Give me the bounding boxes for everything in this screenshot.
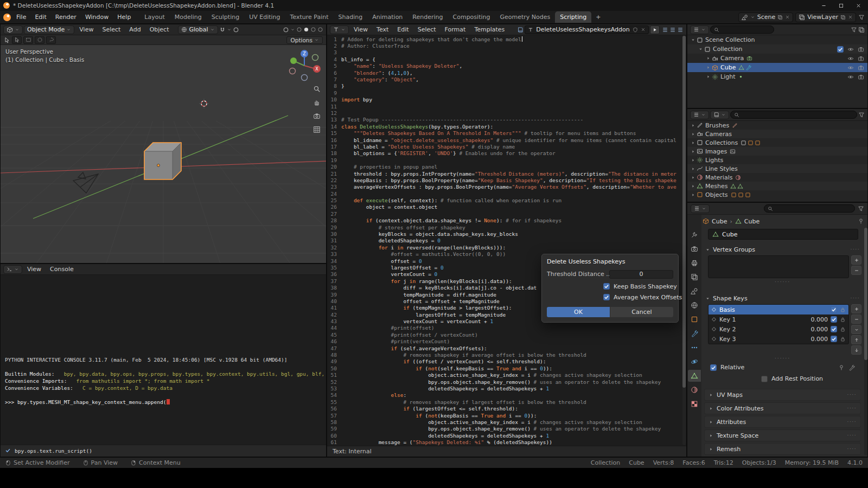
text-menu-templates[interactable]: Templates <box>470 25 508 34</box>
add-rest-position-checkbox[interactable] <box>761 376 768 382</box>
menu-render[interactable]: Render <box>51 12 81 22</box>
shape-key-mute-checkbox[interactable] <box>831 326 837 332</box>
lock-icon[interactable] <box>840 326 846 332</box>
unlink-scene-icon[interactable] <box>785 15 790 20</box>
properties-tab-texture[interactable] <box>688 398 701 410</box>
properties-tab-tool[interactable] <box>688 229 701 241</box>
run-script-button[interactable] <box>650 25 660 34</box>
properties-tab-particles[interactable] <box>688 342 701 354</box>
ortho-grid-icon[interactable] <box>313 126 321 133</box>
disable-render-icon[interactable] <box>858 74 864 80</box>
vertex-groups-panel-header[interactable]: Vertex Groups···· <box>703 244 863 255</box>
shape-key-row-basis[interactable]: Basis <box>709 305 848 314</box>
workspace-tab-modeling[interactable]: Modeling <box>170 11 207 23</box>
lock-icon[interactable] <box>840 336 846 342</box>
remove-vertex-group-button[interactable] <box>851 266 861 275</box>
console-menu-view[interactable]: View <box>23 265 45 274</box>
mode-selector[interactable]: Object Mode <box>24 25 74 34</box>
properties-tab-modifiers[interactable] <box>688 328 701 339</box>
new-viewlayer-icon[interactable] <box>840 15 846 20</box>
select-mode-box-button[interactable] <box>23 36 33 44</box>
workspace-tab-scripting[interactable]: Scripting <box>555 11 591 23</box>
new-scene-icon[interactable] <box>777 15 783 20</box>
threshold-distance-field[interactable]: 0 <box>609 270 673 279</box>
expand-toggle[interactable] <box>690 175 697 180</box>
shape-keys-panel-header[interactable]: Shape Keys···· <box>703 293 863 304</box>
outliner-row-light[interactable]: Light <box>687 72 867 81</box>
viewport-menu-add[interactable]: Add <box>125 25 144 34</box>
proportional-editing-icon[interactable] <box>233 27 239 33</box>
shape-key-mute-checkbox[interactable] <box>831 306 837 313</box>
move-key-down-button[interactable] <box>851 345 861 355</box>
datablock-category-materials[interactable]: Materials <box>687 173 867 182</box>
workspace-tab-sculpting[interactable]: Sculpting <box>207 11 244 23</box>
expand-toggle[interactable] <box>705 74 712 79</box>
cancel-button[interactable]: Cancel <box>610 307 673 317</box>
add-vertex-group-button[interactable] <box>851 255 861 265</box>
unlink-text-icon[interactable] <box>641 27 646 32</box>
fake-user-icon[interactable] <box>633 27 638 33</box>
expand-toggle[interactable] <box>690 158 697 163</box>
panel-attributes[interactable]: Attributes···· <box>704 416 861 428</box>
viewlayer-selector[interactable]: ViewLayer <box>795 12 856 22</box>
editor-type-selector[interactable] <box>690 25 709 34</box>
properties-tab-world[interactable] <box>688 299 701 311</box>
pin-id-icon[interactable] <box>858 218 864 224</box>
disable-render-icon[interactable] <box>858 65 864 71</box>
panel-color-attributes[interactable]: Color Attributes···· <box>704 402 861 414</box>
panel-uv-maps[interactable]: UV Maps···· <box>704 389 861 401</box>
editor-type-selector[interactable] <box>3 265 22 274</box>
filter-icon[interactable] <box>858 14 865 21</box>
exclude-checkbox[interactable] <box>837 46 844 53</box>
active-tool-icon[interactable] <box>4 37 10 43</box>
display-mode-selector[interactable] <box>710 111 729 119</box>
vertex-groups-list[interactable] <box>708 255 849 278</box>
shading-solid-icon[interactable] <box>303 27 309 33</box>
expand-toggle[interactable] <box>690 166 697 171</box>
code-editor[interactable]: 1# Addon for deleting shapekeys that don… <box>327 36 682 445</box>
viewport-canvas[interactable]: User Perspective (1) Collection | Cube :… <box>1 45 326 263</box>
filter-icon[interactable] <box>858 112 865 118</box>
editor-type-selector[interactable] <box>3 25 23 34</box>
edit-mode-icon[interactable] <box>848 364 855 371</box>
datablock-category-brushes[interactable]: Brushes <box>687 121 867 130</box>
mesh-data-name-field[interactable]: Cube <box>708 229 858 240</box>
shading-rendered-icon[interactable] <box>317 27 323 33</box>
console-body[interactable]: PYTHON INTERACTIVE CONSOLE 3.11.7 (main,… <box>1 275 326 445</box>
properties-tab-physics[interactable] <box>688 356 701 368</box>
remove-viewlayer-icon[interactable] <box>848 15 853 20</box>
ok-button[interactable]: OK <box>547 307 610 317</box>
workspace-tab-animation[interactable]: Animation <box>367 11 407 23</box>
hide-eye-icon[interactable] <box>847 74 854 80</box>
window-maximize-button[interactable] <box>832 0 850 11</box>
remove-shape-key-button[interactable] <box>851 314 861 324</box>
window-close-button[interactable] <box>850 0 867 11</box>
text-menu-format[interactable]: Format <box>441 25 470 34</box>
outliner-search-input[interactable] <box>710 25 774 34</box>
panel-remesh[interactable]: Remesh···· <box>704 443 861 455</box>
outliner-row-camera[interactable]: Camera <box>687 54 867 63</box>
add-shape-key-button[interactable] <box>851 304 861 313</box>
properties-tab-object-data[interactable] <box>688 370 701 382</box>
breadcrumb-item[interactable]: Cube <box>712 218 727 225</box>
select-mode-circle-button[interactable] <box>35 36 44 44</box>
disable-render-icon[interactable] <box>858 46 864 53</box>
lock-icon[interactable] <box>840 307 846 313</box>
datablock-category-cameras[interactable]: Cameras <box>687 130 867 138</box>
filter-icon[interactable] <box>858 206 864 212</box>
pan-icon[interactable] <box>313 99 321 106</box>
keep-basis-shapekey-checkbox[interactable] <box>603 283 610 290</box>
menu-edit[interactable]: Edit <box>30 12 50 22</box>
menu-window[interactable]: Window <box>81 12 113 22</box>
select-mode-tweak-button[interactable] <box>12 36 22 44</box>
overlays-options-icon[interactable] <box>290 27 295 32</box>
line-numbers-toggle-icon[interactable] <box>662 27 668 33</box>
workspace-tab-layout[interactable]: Layout <box>139 11 169 23</box>
text-editor-scrollbar[interactable] <box>682 36 686 445</box>
outliner-options-icon[interactable] <box>858 27 865 33</box>
properties-tab-object[interactable] <box>688 313 701 325</box>
expand-toggle[interactable] <box>697 47 704 52</box>
shape-key-mute-checkbox[interactable] <box>831 316 837 323</box>
shape-key-row-key-1[interactable]: Key 10.000 <box>709 314 848 324</box>
text-menu-select[interactable]: Select <box>414 25 440 34</box>
